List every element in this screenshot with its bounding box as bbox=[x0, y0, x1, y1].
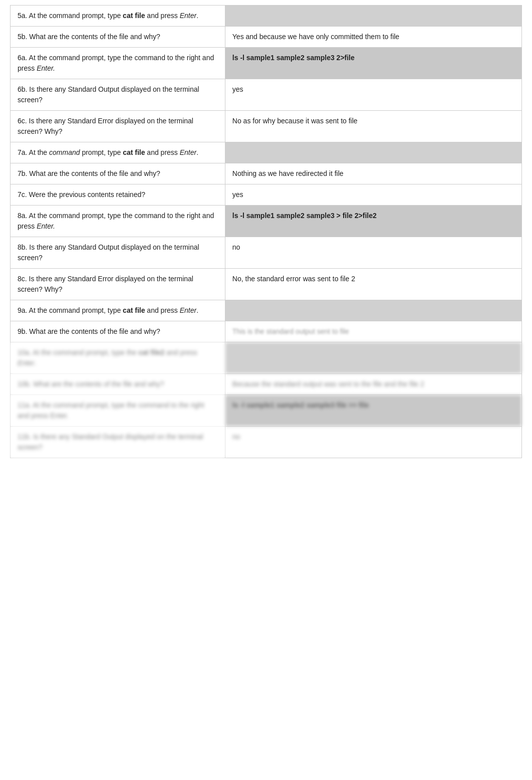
table-row: 8c. Is there any Standard Error displaye… bbox=[11, 269, 522, 300]
table-row: 7b. What are the contents of the file an… bbox=[11, 163, 522, 184]
question-cell: 11a. At the command prompt, type the com… bbox=[11, 395, 225, 427]
answer-cell: Yes and because we have only committed t… bbox=[225, 27, 521, 48]
table-row: 11a. At the command prompt, type the com… bbox=[11, 395, 522, 427]
answer-cell: Because the standard output was sent to … bbox=[225, 374, 521, 395]
answer-cell bbox=[225, 342, 521, 374]
question-cell: 6b. Is there any Standard Output display… bbox=[11, 79, 225, 111]
blurred-answer: This is the standard output sent to file bbox=[232, 327, 349, 335]
answer-cell: no bbox=[225, 427, 521, 458]
table-row: 7c. Were the previous contents retained?… bbox=[11, 184, 522, 206]
qa-table: 5a. At the command prompt, type cat file… bbox=[10, 5, 522, 458]
question-cell: 5b. What are the contents of the file an… bbox=[11, 27, 225, 48]
answer-cell: yes bbox=[225, 79, 521, 111]
question-cell: 7b. What are the contents of the file an… bbox=[11, 163, 225, 184]
table-row: 9a. At the command prompt, type cat file… bbox=[11, 300, 522, 321]
table-row: 6a. At the command prompt, type the comm… bbox=[11, 48, 522, 79]
question-cell: 7c. Were the previous contents retained? bbox=[11, 184, 225, 206]
question-cell: 11b. Is there any Standard Output displa… bbox=[11, 427, 225, 458]
command-text: ls -l sample1 sample2 sample3 > file 2>f… bbox=[232, 212, 377, 220]
answer-cell: no bbox=[225, 237, 521, 269]
answer-cell bbox=[225, 142, 521, 163]
question-cell: 9b. What are the contents of the file an… bbox=[11, 321, 225, 342]
question-cell: 6c. Is there any Standard Error displaye… bbox=[11, 111, 225, 142]
table-row: 7a. At the command prompt, type cat file… bbox=[11, 142, 522, 163]
question-cell: 8c. Is there any Standard Error displaye… bbox=[11, 269, 225, 300]
question-cell: 9a. At the command prompt, type cat file… bbox=[11, 300, 225, 321]
table-row: 9b. What are the contents of the file an… bbox=[11, 321, 522, 342]
table-row: 6c. Is there any Standard Error displaye… bbox=[11, 111, 522, 142]
question-cell: 7a. At the command prompt, type cat file… bbox=[11, 142, 225, 163]
table-row: 8b. Is there any Standard Output display… bbox=[11, 237, 522, 269]
table-row: 10b. What are the contents of the file a… bbox=[11, 374, 522, 395]
question-cell: 10a. At the command prompt, type the cat… bbox=[11, 342, 225, 374]
question-cell: 6a. At the command prompt, type the comm… bbox=[11, 48, 225, 79]
answer-cell: No as for why because it was sent to fil… bbox=[225, 111, 521, 142]
table-row: 8a. At the command prompt, type the comm… bbox=[11, 206, 522, 237]
table-row: 5a. At the command prompt, type cat file… bbox=[11, 6, 522, 27]
question-cell: 10b. What are the contents of the file a… bbox=[11, 374, 225, 395]
question-cell: 8b. Is there any Standard Output display… bbox=[11, 237, 225, 269]
answer-cell bbox=[225, 6, 521, 27]
answer-cell bbox=[225, 300, 521, 321]
answer-cell: yes bbox=[225, 184, 521, 206]
question-cell: 8a. At the command prompt, type the comm… bbox=[11, 206, 225, 237]
table-row: 5b. What are the contents of the file an… bbox=[11, 27, 522, 48]
table-row: 11b. Is there any Standard Output displa… bbox=[11, 427, 522, 458]
answer-cell: ls -l sample1 sample2 sample3 > file 2>f… bbox=[225, 206, 521, 237]
table-row: 10a. At the command prompt, type the cat… bbox=[11, 342, 522, 374]
answer-cell: Nothing as we have redirected it file bbox=[225, 163, 521, 184]
command-text: ls -l sample1 sample2 sample3 2>file bbox=[232, 54, 355, 62]
answer-cell: No, the standard error was sent to file … bbox=[225, 269, 521, 300]
table-row: 6b. Is there any Standard Output display… bbox=[11, 79, 522, 111]
answer-cell: This is the standard output sent to file bbox=[225, 321, 521, 342]
answer-cell: ls -l sample1 sample2 sample3 2>file bbox=[225, 48, 521, 79]
question-cell: 5a. At the command prompt, type cat file… bbox=[11, 6, 225, 27]
answer-cell: ls -l sample1 sample2 sample3 file >> fi… bbox=[225, 395, 521, 427]
